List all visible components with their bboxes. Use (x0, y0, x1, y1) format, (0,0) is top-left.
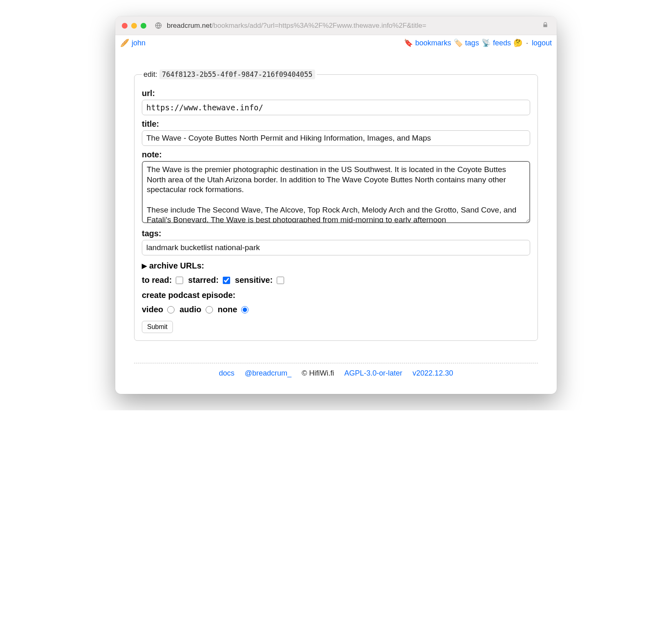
podcast-video-radio[interactable] (167, 306, 175, 313)
toread-label: to read: (142, 275, 172, 285)
toread-checkbox[interactable] (176, 277, 183, 284)
podcast-options: video audio none (142, 305, 530, 314)
podcast-label: create podcast episode: (142, 291, 530, 300)
site-globe-icon (155, 22, 162, 29)
disclosure-triangle-icon: ▶ (142, 262, 147, 270)
address-bar[interactable]: breadcrum.net/bookmarks/add/?url=https%3… (167, 22, 535, 30)
footer: docs @breadcrum_ © HifiWi.fi AGPL-3.0-or… (134, 363, 538, 387)
nav-logout[interactable]: logout (532, 39, 552, 47)
tags-input[interactable] (142, 240, 530, 255)
url-label: url: (142, 89, 530, 98)
maximize-window-button[interactable] (141, 23, 146, 29)
footer-docs[interactable]: docs (219, 369, 235, 377)
window-controls (122, 23, 146, 29)
nav-separator: · (526, 39, 528, 47)
url-input[interactable] (142, 100, 530, 115)
thinking-icon: 🤔 (513, 38, 522, 47)
minimize-window-button[interactable] (131, 23, 137, 29)
note-textarea[interactable] (142, 161, 530, 223)
archive-urls-label: archive URLs: (149, 261, 204, 271)
starred-checkbox[interactable] (223, 277, 230, 284)
user-link[interactable]: john (132, 39, 146, 47)
note-label: note: (142, 150, 530, 159)
close-window-button[interactable] (122, 23, 128, 29)
footer-version[interactable]: v2022.12.30 (412, 369, 453, 377)
archive-urls-summary[interactable]: ▶ archive URLs: (142, 261, 530, 271)
archive-urls-details: ▶ archive URLs: (142, 261, 530, 271)
sensitive-label: sensitive: (235, 275, 273, 285)
podcast-none-label: none (218, 305, 237, 314)
submit-button[interactable]: Submit (142, 321, 173, 333)
footer-copyright: © HifiWi.fi (302, 369, 334, 377)
starred-label: starred: (188, 275, 218, 285)
titlebar: breadcrum.net/bookmarks/add/?url=https%3… (115, 16, 557, 35)
url-host: breadcrum.net (167, 22, 212, 29)
tags-label: tags: (142, 229, 530, 238)
podcast-none-radio[interactable] (241, 306, 249, 313)
podcast-video-label: video (142, 305, 163, 314)
bread-icon: 🥖 (120, 38, 129, 47)
podcast-audio-label: audio (179, 305, 201, 314)
nav-feeds[interactable]: feeds (493, 39, 511, 47)
legend-prefix: edit: (143, 70, 159, 78)
nav-bookmarks[interactable]: bookmarks (415, 39, 451, 47)
footer-license[interactable]: AGPL-3.0-or-later (344, 369, 402, 377)
form-legend: edit: 764f8123-2b55-4f0f-9847-216f094040… (142, 70, 317, 79)
url-path: /bookmarks/add/?url=https%3A%2F%2Fwww.th… (212, 22, 426, 29)
title-input[interactable] (142, 130, 530, 146)
lock-icon (542, 22, 549, 30)
content: edit: 764f8123-2b55-4f0f-9847-216f094040… (115, 50, 557, 394)
top-nav: 🥖 john 🔖 bookmarks 🏷️ tags 📡 feeds 🤔 · l… (115, 35, 557, 50)
podcast-audio-radio[interactable] (206, 306, 213, 313)
feeds-icon: 📡 (482, 38, 491, 47)
edit-bookmark-form: edit: 764f8123-2b55-4f0f-9847-216f094040… (134, 70, 538, 341)
browser-window: breadcrum.net/bookmarks/add/?url=https%3… (115, 16, 557, 394)
flags-row: to read: starred: sensitive: (142, 275, 530, 285)
title-label: title: (142, 119, 530, 129)
bookmarks-icon: 🔖 (404, 38, 413, 47)
sensitive-checkbox[interactable] (277, 277, 284, 284)
footer-handle[interactable]: @breadcrum_ (245, 369, 291, 377)
tags-icon: 🏷️ (454, 38, 463, 47)
bookmark-uuid: 764f8123-2b55-4f0f-9847-216f09404055 (159, 69, 315, 79)
nav-tags[interactable]: tags (465, 39, 479, 47)
